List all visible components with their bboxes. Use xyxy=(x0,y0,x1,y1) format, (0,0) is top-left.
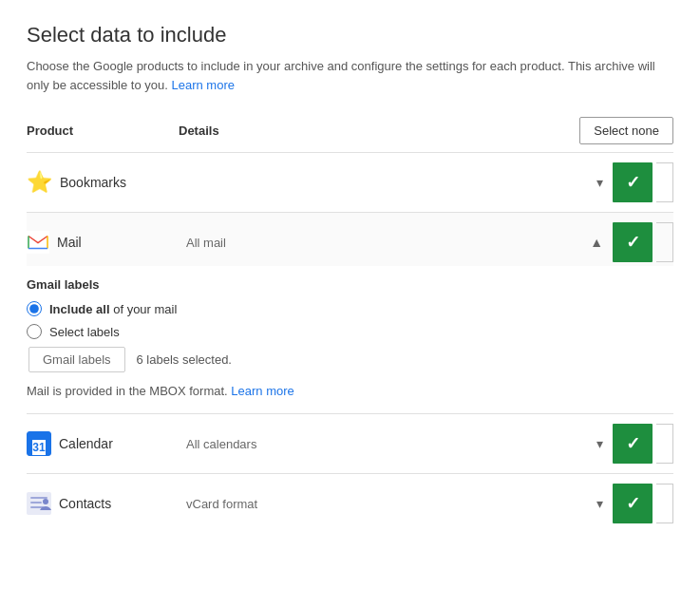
gmail-labels-button[interactable]: Gmail labels xyxy=(28,347,125,372)
page-title: Select data to include xyxy=(27,23,673,48)
radio-select-labels[interactable] xyxy=(27,324,42,339)
contacts-name: Contacts xyxy=(59,496,111,511)
calendar-checkbox[interactable]: ✓ xyxy=(613,424,653,464)
svg-rect-4 xyxy=(30,502,42,504)
col-product-header: Product xyxy=(27,124,179,138)
calendar-details: All calendars xyxy=(179,437,591,451)
calendar-checkbox-dropdown[interactable] xyxy=(656,424,673,464)
learn-more-link[interactable]: Learn more xyxy=(172,78,235,92)
mail-name: Mail xyxy=(57,235,82,250)
mbox-learn-more-link[interactable]: Learn more xyxy=(231,384,293,398)
mail-chevron-icon[interactable]: ▲ xyxy=(584,231,609,254)
gmail-labels-title: Gmail labels xyxy=(27,277,673,292)
page-subtitle: Choose the Google products to include in… xyxy=(27,57,673,94)
calendar-name: Calendar xyxy=(59,436,113,451)
contacts-chevron-icon[interactable]: ▾ xyxy=(591,492,609,515)
mail-controls: ▲ ✓ xyxy=(584,222,673,262)
calendar-checkmark-icon: ✓ xyxy=(626,433,640,454)
bookmarks-product-info: ⭐ Bookmarks xyxy=(27,170,179,195)
contacts-controls: ▾ ✓ xyxy=(591,484,673,523)
radio-option-select-labels[interactable]: Select labels xyxy=(27,324,673,339)
gmail-labels-section: Gmail labels Include all of your mail Se… xyxy=(27,266,673,414)
mail-product-info: Mail xyxy=(27,231,179,254)
radio-option-all-mail[interactable]: Include all of your mail xyxy=(27,301,673,316)
product-row-calendar: 31 Calendar All calendars ▾ ✓ xyxy=(27,414,673,474)
calendar-product-info: 31 Calendar xyxy=(27,431,179,456)
contacts-checkbox[interactable]: ✓ xyxy=(613,484,653,523)
table-header: Product Details Select none xyxy=(27,117,673,153)
radio-all-mail-label: Include all of your mail xyxy=(49,302,177,316)
labels-count: 6 labels selected. xyxy=(137,352,232,367)
labels-row: Gmail labels 6 labels selected. xyxy=(27,347,673,372)
mail-checkbox-dropdown[interactable] xyxy=(656,222,673,262)
svg-rect-3 xyxy=(30,497,47,499)
bookmarks-checkmark-icon: ✓ xyxy=(626,172,640,193)
radio-all-mail[interactable] xyxy=(27,301,42,316)
calendar-chevron-icon[interactable]: ▾ xyxy=(591,432,609,455)
col-details-header: Details xyxy=(179,124,579,138)
calendar-icon: 31 xyxy=(27,431,51,456)
star-icon: ⭐ xyxy=(27,170,52,195)
mail-checkmark-icon: ✓ xyxy=(626,232,640,253)
bookmarks-chevron-icon[interactable]: ▾ xyxy=(591,171,609,194)
bookmarks-controls: ▾ ✓ xyxy=(591,162,673,202)
contacts-icon xyxy=(27,492,51,515)
radio-select-labels-label: Select labels xyxy=(49,325,120,339)
contacts-details: vCard format xyxy=(179,497,591,511)
contacts-checkbox-dropdown[interactable] xyxy=(656,484,673,523)
select-none-button[interactable]: Select none xyxy=(579,117,673,144)
bookmarks-checkbox-dropdown[interactable] xyxy=(656,162,673,202)
product-row-mail: Mail All mail ▲ ✓ xyxy=(27,213,673,266)
calendar-controls: ▾ ✓ xyxy=(591,424,673,464)
gmail-icon xyxy=(27,231,49,254)
mail-checkbox[interactable]: ✓ xyxy=(613,222,653,262)
product-row-bookmarks: ⭐ Bookmarks ▾ ✓ xyxy=(27,153,673,213)
svg-point-6 xyxy=(43,499,48,504)
mbox-notice: Mail is provided in the MBOX format. Lea… xyxy=(27,384,673,398)
contacts-checkmark-icon: ✓ xyxy=(626,493,640,514)
mail-details: All mail xyxy=(179,236,584,250)
bookmarks-checkbox[interactable]: ✓ xyxy=(613,162,653,202)
bookmarks-name: Bookmarks xyxy=(60,175,126,190)
contacts-product-info: Contacts xyxy=(27,492,179,515)
product-row-contacts: Contacts vCard format ▾ ✓ xyxy=(27,474,673,533)
